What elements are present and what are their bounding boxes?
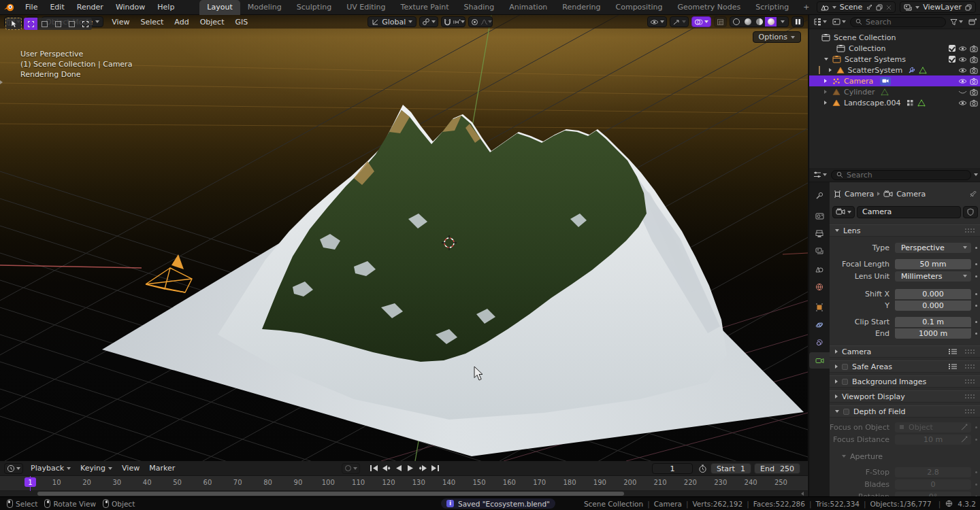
proportional-edit-toggle[interactable] [469,16,480,27]
outliner-search-input[interactable]: Search [850,17,946,27]
dof-panel-header[interactable]: Depth of Field [830,405,980,418]
collection-checkbox[interactable] [949,56,956,63]
lens-unit-dropdown[interactable]: Millimeters [895,271,971,282]
select-box-button[interactable] [24,18,37,30]
next-keyframe-button[interactable] [417,463,429,474]
shift-y-field[interactable]: 0.000 [895,301,971,311]
outliner-row-scattersystem[interactable]: ScatterSystem [809,65,980,75]
workspace-tab[interactable]: Scripting [748,0,796,15]
scrollbar-handle[interactable] [37,492,624,496]
current-frame-marker[interactable]: 1 [24,477,36,487]
properties-search-input[interactable]: Search [831,170,971,180]
workspace-tab[interactable]: UV Editing [339,0,393,15]
jump-to-end-button[interactable] [429,463,441,474]
select-subtract-button[interactable] [51,18,65,30]
animate-dot[interactable] [975,293,977,295]
disclosure-closed-icon[interactable] [829,68,832,72]
animate-dot[interactable] [975,483,977,486]
outliner-filter-button[interactable] [949,18,964,26]
outliner-row-scatter-systems[interactable]: Scatter Systems [809,54,980,65]
render-visibility-toggle[interactable] [970,78,978,85]
shading-rendered-button[interactable] [765,16,777,27]
hide-eye-closed-toggle[interactable] [958,88,967,96]
clip-end-field[interactable]: 1000 m [895,328,971,339]
shading-material-button[interactable] [753,16,765,27]
select-invert-button[interactable] [65,18,78,30]
timeline-editor-type-button[interactable] [4,463,23,474]
hide-eye-toggle[interactable] [958,67,967,74]
gizmos-button[interactable] [670,16,689,27]
expand-toolbar-chevron[interactable] [0,80,3,84]
jump-to-start-button[interactable] [368,463,380,474]
workspace-tab[interactable]: Rendering [555,0,608,15]
shading-solid-button[interactable] [742,16,753,27]
aperture-subpanel-header[interactable]: Aperture [830,450,980,462]
fstop-field[interactable]: 2.8 [895,467,971,477]
breadcrumb-data[interactable]: Camera [896,190,926,199]
shading-options-button[interactable] [777,16,788,27]
animate-dot[interactable] [975,471,977,473]
tab-output[interactable] [809,226,830,242]
outliner-row-landscape[interactable]: Landscape.004 [809,97,980,108]
workspace-tab[interactable]: Sculpting [289,0,339,15]
viewport-menu-item[interactable]: Object [195,16,230,28]
timeline-corner-chevron[interactable] [801,492,804,496]
collection-checkbox[interactable] [949,45,956,52]
safe-areas-panel-header[interactable]: Safe Areas [830,360,980,373]
render-visibility-toggle[interactable] [970,88,978,96]
clip-start-field[interactable]: 0.1 m [895,317,971,327]
pivot-point-button[interactable] [419,16,438,27]
camera-panel-header[interactable]: Camera [830,345,980,358]
outliner-display-mode-button[interactable] [831,18,847,26]
viewport-menu-item[interactable]: GIS [229,16,253,28]
workspace-tab[interactable]: Layout [199,0,240,15]
render-visibility-toggle[interactable] [970,45,978,52]
datablock-name-field[interactable]: Camera [857,206,961,218]
select-extend-button[interactable] [37,18,51,30]
render-visibility-toggle[interactable] [970,99,978,107]
play-button[interactable] [405,463,416,474]
viewport-menu-item[interactable]: View [106,16,135,28]
tab-world[interactable] [809,279,830,295]
auto-keying-toggle[interactable] [342,463,360,474]
animate-dot[interactable] [975,305,977,307]
blades-field[interactable]: 0 [895,479,971,490]
animate-dot[interactable] [975,321,977,323]
hide-eye-toggle[interactable] [958,56,967,63]
animate-dot[interactable] [975,263,977,265]
tab-object[interactable] [809,299,830,316]
properties-editor-type-button[interactable] [812,171,828,179]
transform-orientation-selector[interactable]: Global [368,16,416,27]
topbar-menu-item[interactable]: Help [151,1,180,14]
workspace-tab[interactable]: Geometry Nodes [670,0,748,15]
blender-logo-icon[interactable] [0,1,18,14]
play-reverse-button[interactable] [393,463,404,474]
workspace-tab[interactable]: Modeling [240,0,289,15]
viewport-3d[interactable]: Object Mode ViewSelectAddObjectGIS Globa… [0,15,808,461]
tab-object-data-camera[interactable] [809,352,830,369]
viewport-menu-item[interactable]: Add [169,16,194,28]
frame-end-field[interactable]: End 250 [754,463,800,474]
pin-id-button[interactable] [969,190,977,198]
outliner-editor-type-button[interactable] [812,18,828,26]
current-frame-field[interactable]: 1 [652,463,693,474]
background-images-checkbox[interactable] [842,379,848,385]
animate-dot[interactable] [975,439,977,441]
xray-toggle[interactable] [714,16,727,27]
focus-distance-field[interactable]: 10 m [895,435,971,445]
select-intersect-button[interactable] [78,18,92,30]
options-button[interactable]: Options [753,31,801,43]
view-layer-selector[interactable]: ViewLayer [900,1,976,13]
tab-scene[interactable] [809,261,830,277]
camera-data-selector[interactable] [832,206,855,218]
workspace-tab[interactable]: Shading [457,0,502,15]
outliner-row-cylinder[interactable]: Cylinder [809,86,980,97]
topbar-menu-item[interactable]: File [19,1,44,14]
disclosure-closed-icon[interactable] [824,79,827,83]
timeline-menu-item[interactable]: Marker [144,462,180,474]
shading-wireframe-button[interactable] [730,16,742,27]
viewport-menu-item[interactable]: Select [135,16,169,28]
falloff-button[interactable] [480,16,492,27]
dof-checkbox[interactable] [843,409,849,415]
topbar-menu-item[interactable]: Render [71,1,110,14]
